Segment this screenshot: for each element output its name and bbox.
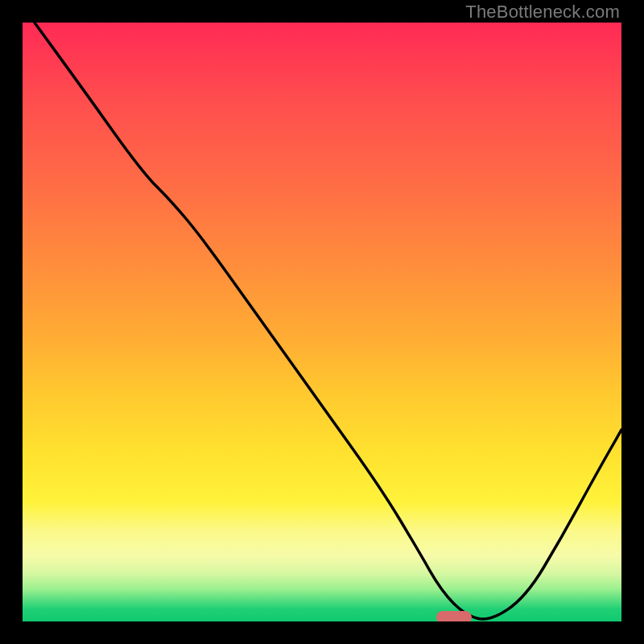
frame-border [0,0,23,644]
chart-frame: TheBottleneck.com [0,0,644,644]
plot-area [23,23,621,621]
frame-border [0,621,644,644]
bottleneck-curve [23,23,621,621]
frame-border [621,0,644,644]
watermark-text: TheBottleneck.com [465,2,620,23]
